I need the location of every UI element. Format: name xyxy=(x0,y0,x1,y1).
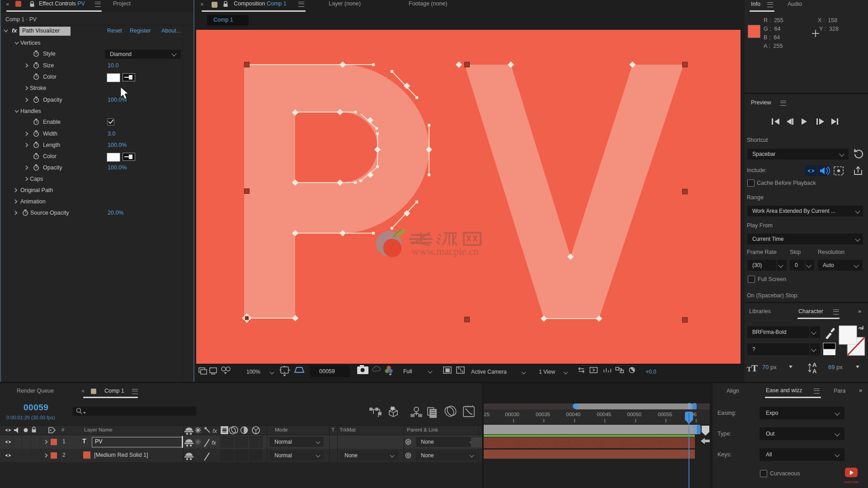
svg-text:00050: 00050 xyxy=(627,412,642,417)
svg-text:00030: 00030 xyxy=(505,412,519,417)
svg-text:00040: 00040 xyxy=(566,412,580,417)
svg-text:00055: 00055 xyxy=(658,412,672,417)
svg-text:00035: 00035 xyxy=(536,412,550,417)
svg-text:00045: 00045 xyxy=(597,412,611,417)
svg-text:www.macpie.cn: www.macpie.cn xyxy=(412,246,479,257)
svg-text:25: 25 xyxy=(484,412,490,417)
